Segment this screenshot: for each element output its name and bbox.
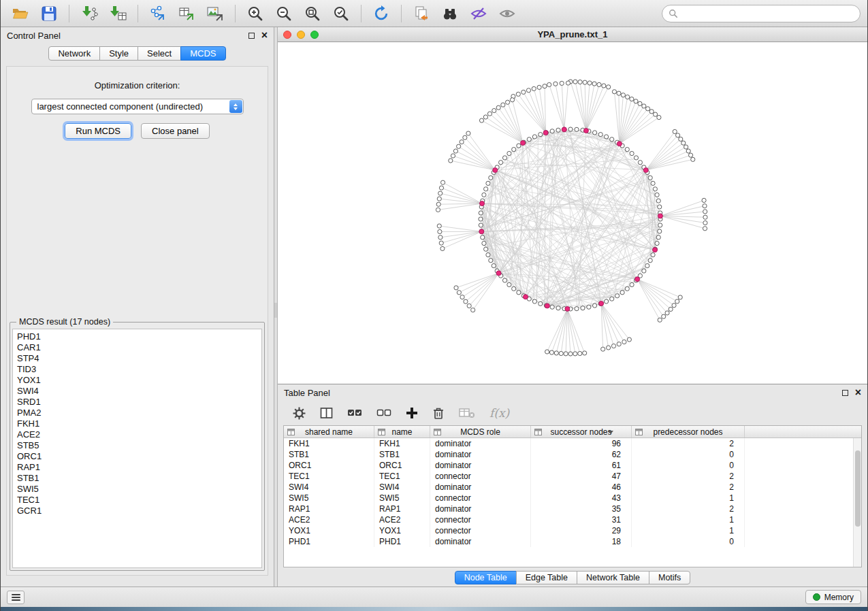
control-tab-style[interactable]: Style [99,46,138,61]
mcds-result-item[interactable]: SWI4 [17,386,257,397]
column-header-MCDS-role[interactable]: MCDS role [430,426,531,437]
table-row[interactable]: RAP1RAP1dominator352 [284,503,861,514]
add-column-button[interactable] [406,407,418,419]
mcds-result-item[interactable]: STB1 [17,473,257,484]
apply-function-button[interactable]: f(x) [489,406,509,420]
table-row[interactable]: ACE2ACE2connector311 [284,514,861,525]
header-filler [745,426,861,437]
toolbar-separator [138,5,138,22]
mcds-result-item[interactable]: TID3 [17,364,257,375]
minimize-window-icon[interactable] [297,31,305,39]
mcds-result-item[interactable]: CAR1 [17,342,257,353]
control-tab-mcds[interactable]: MCDS [180,46,225,61]
mcds-result-item[interactable]: PMA2 [17,408,257,418]
table-row[interactable]: PHD1PHD1dominator180 [284,536,861,547]
mcds-result-list[interactable]: PHD1CAR1STP4TID3YOX1SWI4SRD1PMA2FKH1ACE2… [12,329,262,568]
mcds-result-item[interactable]: STP4 [17,353,257,364]
search-input[interactable] [682,8,854,18]
close-panel-icon[interactable]: × [855,389,861,397]
import-network-button[interactable] [76,3,102,24]
table-row[interactable]: ORC1ORC1dominator610 [284,460,861,471]
export-image-icon [206,5,224,22]
delete-column-button[interactable] [432,407,445,420]
zoom-fit-button[interactable] [300,3,325,24]
mcds-result-item[interactable]: SRD1 [17,397,257,408]
cell-name: ORC1 [374,460,430,471]
export-network-icon [149,5,167,22]
scrollbar-thumb[interactable] [855,450,861,527]
column-type-icon [635,429,643,435]
copy-network-button[interactable] [408,3,434,24]
import-table-button[interactable] [105,3,131,24]
table-row[interactable]: TEC1TEC1connector472 [284,471,861,482]
columns-icon [320,407,333,419]
table-scrollbar[interactable] [853,438,861,567]
mcds-result-item[interactable]: ORC1 [17,451,257,462]
mcds-result-fieldset: MCDS result (17 nodes) PHD1CAR1STP4TID3Y… [10,317,265,571]
control-tab-network[interactable]: Network [48,46,100,61]
table-row[interactable]: YOX1YOX1connector291 [284,525,861,536]
search-box[interactable] [662,5,861,22]
column-header-shared-name[interactable]: shared name [284,426,374,437]
export-table-button[interactable] [174,3,199,24]
network-titlebar[interactable]: YPA_prune.txt_1 [278,27,867,42]
cell-predecessor-nodes: 2 [632,482,745,493]
cell-shared-name: YOX1 [284,525,374,536]
mcds-result-item[interactable]: TEC1 [17,495,257,506]
export-image-button[interactable] [202,3,228,24]
run-mcds-button[interactable]: Run MCDS [65,123,131,139]
mcds-result-item[interactable]: STB5 [17,440,257,451]
search-icon [669,9,678,18]
memory-button[interactable]: Memory [805,590,861,604]
find-button[interactable] [437,3,463,24]
toolbar-separator [235,5,236,22]
cell-successor-nodes: 43 [531,493,632,503]
hide-table-button[interactable] [459,407,475,419]
table-row[interactable]: SWI5SWI5connector431 [284,493,861,503]
column-label: predecessor nodes [653,427,722,437]
table-tab-edge-table[interactable]: Edge Table [516,571,577,584]
close-window-icon[interactable] [283,31,291,39]
close-panel-button[interactable]: Close panel [141,123,210,139]
column-header-name[interactable]: name [374,426,430,437]
column-header-successor-nodes[interactable]: successor nodes [531,426,632,437]
mcds-result-item[interactable]: GCR1 [17,506,257,516]
table-row[interactable]: SWI4SWI4dominator462 [284,482,861,493]
show-all-button[interactable] [494,3,520,24]
hide-selected-button[interactable] [466,3,492,24]
optimization-label: Optimization criterion: [95,80,180,90]
zoom-out-button[interactable] [271,3,297,24]
refresh-layout-button[interactable] [368,3,394,24]
network-canvas[interactable] [278,42,867,384]
maximize-window-icon[interactable] [310,31,319,39]
open-file-button[interactable] [7,3,33,24]
zoom-selected-button[interactable] [328,3,354,24]
deselect-all-button[interactable] [376,407,391,419]
float-panel-icon[interactable] [842,390,848,396]
save-session-button[interactable] [36,3,62,24]
float-panel-icon[interactable] [248,33,255,39]
criterion-dropdown[interactable]: largest connected component (undirected) [31,99,244,114]
control-tab-select[interactable]: Select [138,46,181,61]
mcds-result-item[interactable]: PHD1 [17,331,257,342]
select-all-button[interactable] [347,407,362,419]
show-columns-button[interactable] [320,407,333,419]
checked-boxes-icon [347,407,362,419]
table-tab-motifs[interactable]: Motifs [649,571,690,584]
table-tab-node-table[interactable]: Node Table [455,571,517,584]
status-menu-button[interactable] [7,591,25,604]
close-panel-icon[interactable]: × [261,31,268,39]
zoom-in-button[interactable] [242,3,268,24]
table-settings-button[interactable] [293,407,306,420]
network-graph [278,42,867,384]
table-row[interactable]: STB1STB1dominator620 [284,449,861,460]
table-tab-network-table[interactable]: Network Table [577,571,649,584]
mcds-result-item[interactable]: FKH1 [17,418,257,429]
mcds-result-item[interactable]: SWI5 [17,484,257,495]
mcds-result-item[interactable]: ACE2 [17,429,257,440]
mcds-result-item[interactable]: YOX1 [17,375,257,386]
column-header-predecessor-nodes[interactable]: predecessor nodes [632,426,745,437]
mcds-result-item[interactable]: RAP1 [17,462,257,473]
table-row[interactable]: FKH1FKH1dominator962 [284,438,861,449]
export-network-button[interactable] [145,3,171,24]
